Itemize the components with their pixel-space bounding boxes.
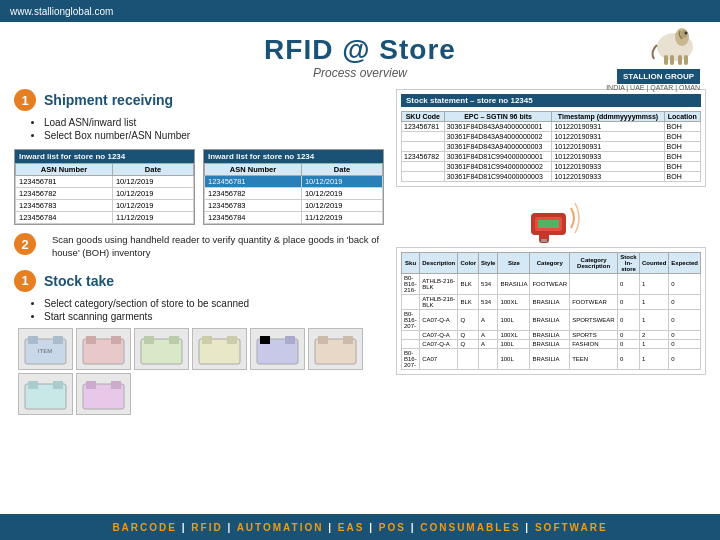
subtitle: Process overview bbox=[264, 66, 456, 80]
right-column: Stock statement – store no 12345 SKU Cod… bbox=[396, 89, 706, 415]
garment-item bbox=[76, 328, 131, 370]
table-row: 123456782 30361F84D81C994000000001 10122… bbox=[402, 152, 701, 162]
svg-rect-26 bbox=[343, 336, 353, 344]
stock-bullets: Select category/section of store to be s… bbox=[44, 298, 384, 322]
svg-rect-19 bbox=[202, 336, 212, 344]
col-header: ASN Number bbox=[205, 164, 302, 176]
step1b-circle: 1 bbox=[14, 270, 36, 292]
svg-rect-5 bbox=[678, 55, 682, 65]
bottom-bar-text: BARCODE | RFID | AUTOMATION | EAS | POS … bbox=[112, 522, 607, 533]
table-row: 12345678210/12/2019 bbox=[16, 188, 194, 200]
garment-icon bbox=[197, 331, 242, 366]
bullet-item: Load ASN/inward list bbox=[44, 117, 384, 128]
svg-rect-10 bbox=[53, 336, 63, 344]
left-column: 1 Shipment receiving Load ASN/inward lis… bbox=[14, 89, 384, 415]
table-row: 12345678110/12/2019 bbox=[16, 176, 194, 188]
garment-icon bbox=[81, 376, 126, 411]
svg-rect-4 bbox=[670, 55, 674, 65]
garment-icon: ITEM bbox=[23, 331, 68, 366]
table-row: ATHLB-216-BLK BLK 534 100XL BRASILIA FOO… bbox=[402, 295, 701, 310]
svg-rect-20 bbox=[227, 336, 237, 344]
step1b-title: Stock take bbox=[44, 273, 114, 289]
table-row: 30361F84D843A94000000003 101220190931 BO… bbox=[402, 142, 701, 152]
col-header: Date bbox=[112, 164, 193, 176]
rfid-scanner-icon bbox=[521, 193, 581, 243]
svg-rect-32 bbox=[111, 381, 121, 389]
table-row: B0-B16-207- CA07 100L BRASILIA TEEN 0 1 … bbox=[402, 349, 701, 370]
svg-text:ITEM: ITEM bbox=[38, 348, 52, 354]
svg-point-7 bbox=[685, 32, 688, 35]
step2-circle: 2 bbox=[14, 233, 36, 255]
svg-rect-9 bbox=[28, 336, 38, 344]
url-text: www.stallionglobal.com bbox=[10, 6, 113, 17]
horse-logo-icon bbox=[650, 27, 700, 67]
garment-icon bbox=[139, 331, 184, 366]
col-header: Date bbox=[301, 164, 382, 176]
stock-data-table: Sku Description Color Style Size Categor… bbox=[401, 252, 701, 370]
table-row: 123456781 30361F84D843A94000000001 10122… bbox=[402, 122, 701, 132]
bullet-item: Select category/section of store to be s… bbox=[44, 298, 384, 309]
svg-rect-13 bbox=[86, 336, 96, 344]
svg-point-1 bbox=[675, 28, 689, 46]
step1-circle: 1 bbox=[14, 89, 36, 111]
shipment-section: 1 Shipment receiving Load ASN/inward lis… bbox=[14, 89, 384, 141]
svg-rect-14 bbox=[111, 336, 121, 344]
svg-rect-29 bbox=[53, 381, 63, 389]
table-row-highlighted: 12345678110/12/2019 bbox=[205, 176, 383, 188]
company-subtext: INDIA | UAE | QATAR | OMAN bbox=[606, 84, 700, 91]
scanner-icon-area bbox=[396, 193, 706, 243]
table-row: 12345678310/12/2019 bbox=[205, 200, 383, 212]
svg-rect-22 bbox=[260, 336, 270, 344]
main-title: RFID @ Store bbox=[264, 34, 456, 66]
col-header: EPC – SGTIN 96 bits bbox=[444, 112, 552, 122]
stock-statement-title: Stock statement – store no 12345 bbox=[401, 94, 701, 107]
table-row: 30361F84D81C994000000003 101220190933 BO… bbox=[402, 172, 701, 182]
header: RFID @ Store Process overview STALLION G… bbox=[0, 22, 720, 87]
table-row: B0-B16-207- CA07-Q-A Q A 100L BRASILIA S… bbox=[402, 310, 701, 331]
step1-title: Shipment receiving bbox=[44, 92, 173, 108]
tables-row: Inward list for store no 1234 ASN Number… bbox=[14, 149, 384, 225]
table-row: 12345678210/12/2019 bbox=[205, 188, 383, 200]
stock-take-section: 1 Stock take Select category/section of … bbox=[14, 270, 384, 322]
garment-item: ITEM bbox=[18, 328, 73, 370]
top-bar: www.stallionglobal.com bbox=[0, 0, 720, 22]
svg-rect-25 bbox=[318, 336, 328, 344]
col-header: SKU Code bbox=[402, 112, 445, 122]
garment-icon bbox=[81, 331, 126, 366]
table-row: 12345678411/12/2019 bbox=[16, 212, 194, 224]
table-row: 12345678411/12/2019 bbox=[205, 212, 383, 224]
table-row: 12345678310/12/2019 bbox=[16, 200, 194, 212]
step2-section: 2 Scan goods using handheld reader to ve… bbox=[14, 233, 384, 260]
bullet-item: Start scanning garments bbox=[44, 311, 384, 322]
col-header: Location bbox=[664, 112, 700, 122]
table-row: CA07-Q-A Q A 100XL BRASILIA SPORTS 0 2 0 bbox=[402, 331, 701, 340]
garment-item bbox=[308, 328, 363, 370]
step1b-header: 1 Stock take bbox=[14, 270, 384, 292]
company-name: STALLION GROUP bbox=[617, 69, 700, 84]
table-row: 30361F84D843A94000000002 101220190931 BO… bbox=[402, 132, 701, 142]
step2-text: Scan goods using handheld reader to veri… bbox=[52, 233, 384, 260]
svg-rect-28 bbox=[28, 381, 38, 389]
inward-table-1: Inward list for store no 1234 ASN Number… bbox=[14, 149, 195, 225]
garment-item bbox=[192, 328, 247, 370]
garment-item bbox=[250, 328, 305, 370]
step1-bullets: Load ASN/inward list Select Box number/A… bbox=[44, 117, 384, 141]
garment-icon bbox=[255, 331, 300, 366]
col-header: Timestamp (ddmmyyyymmss) bbox=[552, 112, 664, 122]
col-header: ASN Number bbox=[16, 164, 113, 176]
stock-statement-section: Stock statement – store no 12345 SKU Cod… bbox=[396, 89, 706, 187]
stock-data-section: Sku Description Color Style Size Categor… bbox=[396, 247, 706, 375]
garment-icon bbox=[23, 376, 68, 411]
table-row: CA07-Q-A Q A 100L BRASILIA FASHION 0 1 0 bbox=[402, 340, 701, 349]
bullet-item: Select Box number/ASN Number bbox=[44, 130, 384, 141]
svg-rect-37 bbox=[541, 239, 547, 242]
table-row: 30361F84D81C994000000002 101220190933 BO… bbox=[402, 162, 701, 172]
header-title-block: RFID @ Store Process overview bbox=[264, 34, 456, 80]
bottom-bar: BARCODE | RFID | AUTOMATION | EAS | POS … bbox=[0, 514, 720, 540]
table1-title: Inward list for store no 1234 bbox=[15, 150, 194, 163]
garment-item bbox=[76, 373, 131, 415]
svg-rect-6 bbox=[684, 55, 688, 65]
garment-item bbox=[134, 328, 189, 370]
svg-rect-36 bbox=[538, 220, 559, 228]
svg-rect-31 bbox=[86, 381, 96, 389]
